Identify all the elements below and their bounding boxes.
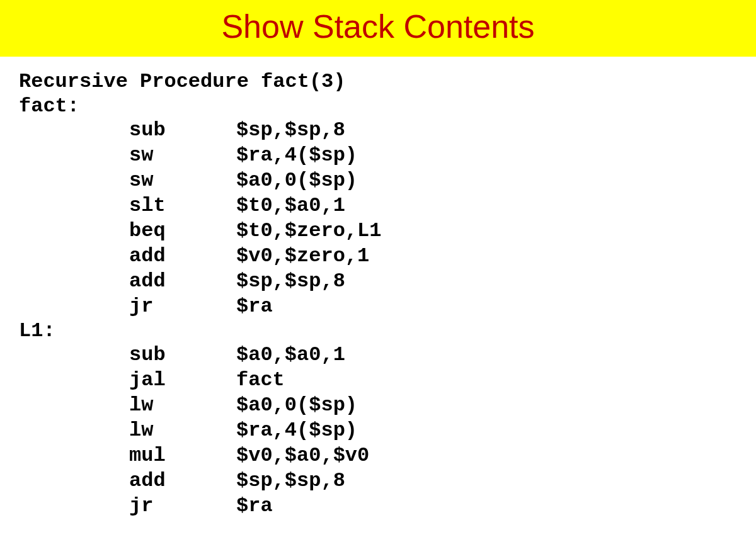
slide-content: Recursive Procedure fact(3) fact: sub$sp…: [0, 57, 756, 519]
opcode: add: [129, 244, 236, 269]
instruction-row: slt$t0,$a0,1: [19, 193, 756, 218]
title-text: Show Stack Contents: [221, 8, 534, 45]
indent: [19, 218, 129, 244]
indent: [19, 168, 129, 193]
instruction-row: sw$a0,0($sp): [19, 168, 756, 193]
opcode: jal: [129, 368, 236, 393]
indent: [19, 494, 129, 519]
indent: [19, 193, 129, 218]
instruction-row: lw$a0,0($sp): [19, 393, 756, 418]
opcode: lw: [129, 393, 236, 418]
label-l1: L1:: [19, 319, 756, 342]
indent: [19, 418, 129, 443]
instruction-row: add$sp,$sp,8: [19, 269, 756, 294]
instruction-row: jalfact: [19, 368, 756, 393]
operands: $a0,0($sp): [236, 168, 756, 193]
code-block-1: sub$sp,$sp,8sw$ra,4($sp)sw$a0,0($sp)slt$…: [19, 118, 756, 319]
indent: [19, 294, 129, 319]
indent: [19, 342, 129, 368]
opcode: beq: [129, 218, 236, 244]
operands: $a0,$a0,1: [236, 342, 756, 368]
code-block-2: sub$a0,$a0,1jalfactlw$a0,0($sp)lw$ra,4($…: [19, 342, 756, 519]
slide-title: Show Stack Contents: [0, 0, 756, 57]
operands: $v0,$a0,$v0: [236, 443, 756, 468]
instruction-row: add$sp,$sp,8: [19, 468, 756, 494]
opcode: jr: [129, 494, 236, 519]
opcode: jr: [129, 294, 236, 319]
indent: [19, 244, 129, 269]
instruction-row: mul$v0,$a0,$v0: [19, 443, 756, 468]
opcode: lw: [129, 418, 236, 443]
heading-text: Recursive Procedure fact(3): [19, 69, 756, 94]
instruction-row: jr$ra: [19, 494, 756, 519]
indent: [19, 443, 129, 468]
opcode: add: [129, 468, 236, 494]
operands: $a0,0($sp): [236, 393, 756, 418]
instruction-row: sub$a0,$a0,1: [19, 342, 756, 368]
indent: [19, 269, 129, 294]
operands: $ra,4($sp): [236, 418, 756, 443]
instruction-row: sub$sp,$sp,8: [19, 118, 756, 143]
opcode: mul: [129, 443, 236, 468]
operands: $sp,$sp,8: [236, 118, 756, 143]
indent: [19, 118, 129, 143]
operands: $ra: [236, 294, 756, 319]
operands: $t0,$zero,L1: [236, 218, 756, 244]
operands: $ra,4($sp): [236, 143, 756, 168]
opcode: slt: [129, 193, 236, 218]
indent: [19, 468, 129, 494]
operands: $sp,$sp,8: [236, 468, 756, 494]
operands: $ra: [236, 494, 756, 519]
instruction-row: sw$ra,4($sp): [19, 143, 756, 168]
indent: [19, 368, 129, 393]
label-fact: fact:: [19, 94, 756, 118]
opcode: add: [129, 269, 236, 294]
indent: [19, 143, 129, 168]
instruction-row: beq$t0,$zero,L1: [19, 218, 756, 244]
operands: fact: [236, 368, 756, 393]
operands: $sp,$sp,8: [236, 269, 756, 294]
opcode: sw: [129, 168, 236, 193]
instruction-row: jr$ra: [19, 294, 756, 319]
indent: [19, 393, 129, 418]
opcode: sw: [129, 143, 236, 168]
instruction-row: lw$ra,4($sp): [19, 418, 756, 443]
operands: $v0,$zero,1: [236, 244, 756, 269]
opcode: sub: [129, 118, 236, 143]
instruction-row: add$v0,$zero,1: [19, 244, 756, 269]
opcode: sub: [129, 342, 236, 368]
operands: $t0,$a0,1: [236, 193, 756, 218]
